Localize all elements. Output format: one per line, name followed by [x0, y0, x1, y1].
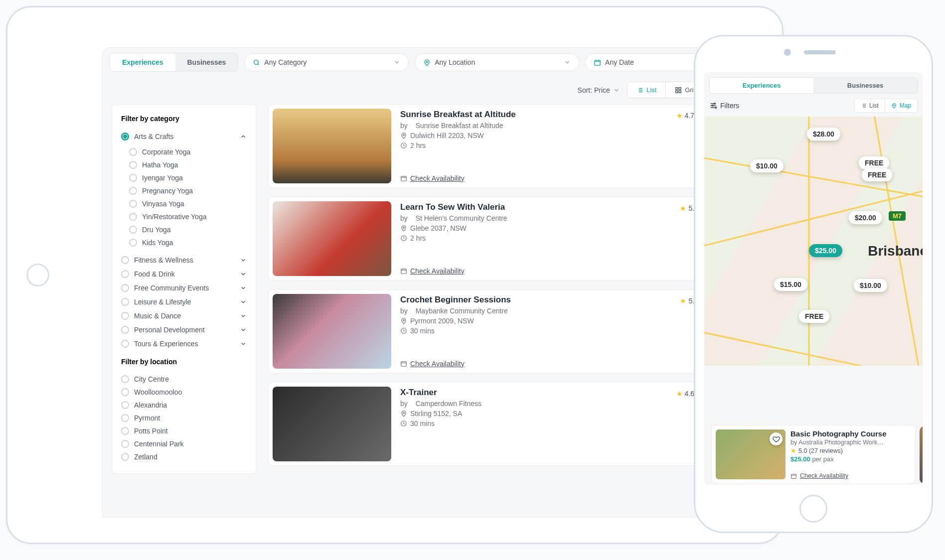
radio-icon: [121, 270, 129, 278]
category-item[interactable]: Music & Dance: [121, 309, 247, 323]
filter-location-title: Filter by location: [121, 358, 247, 366]
category-item[interactable]: Free Community Events: [121, 281, 247, 295]
sort-dropdown[interactable]: Sort: Price: [578, 86, 620, 94]
listings: Sunrise Breakfast at Altitude by Sunrise…: [268, 104, 748, 474]
phone-home-button[interactable]: [799, 495, 827, 523]
subcategory-label: Kids Yoga: [142, 239, 173, 247]
radio-icon: [129, 239, 137, 247]
phone-card-provider: Australia Photographic Work…: [798, 439, 884, 446]
star-icon: ★: [790, 447, 796, 454]
map-road: [873, 117, 923, 366]
tab-switch: Experiences Businesses: [110, 53, 238, 72]
check-availability-link[interactable]: Check Availability: [400, 168, 516, 182]
chevron-down-icon: [240, 271, 247, 278]
svg-rect-3: [676, 87, 678, 89]
radio-icon: [121, 375, 129, 383]
listing-thumbnail: [273, 294, 391, 369]
listing-card[interactable]: Sunrise Breakfast at Altitude by Sunrise…: [268, 104, 748, 188]
category-item[interactable]: Personal Development: [121, 323, 247, 337]
map-price-pin[interactable]: $15.00: [774, 278, 807, 291]
map-price-pin[interactable]: $28.00: [807, 128, 840, 140]
tablet-home-button[interactable]: [26, 264, 49, 286]
map-price-pin[interactable]: $10.00: [750, 159, 784, 172]
map-price-pin[interactable]: FREE: [862, 168, 892, 181]
category-label: Tours & Experiences: [134, 340, 198, 348]
category-list: Fitness & WellnessFood & DrinkFree Commu…: [121, 253, 247, 351]
subcategory-item[interactable]: Dru Yoga: [129, 223, 247, 236]
listing-provider: Maybanke Community Centre: [416, 307, 508, 315]
svg-rect-10: [401, 176, 407, 181]
phone-map[interactable]: M7 Brisbane $28.00$10.00FREEFREE$20.00$2…: [704, 117, 923, 366]
listing-duration: 30 mins: [410, 420, 435, 427]
check-availability-link[interactable]: Check Availability: [400, 354, 511, 368]
phone-next-card-peek[interactable]: [920, 426, 923, 484]
map-price-pin[interactable]: FREE: [799, 310, 829, 323]
phone-card-rating: ★5.0 (27 reviews): [790, 447, 887, 454]
location-item[interactable]: City Centre: [121, 373, 247, 386]
location-item[interactable]: Pyrmont: [121, 412, 247, 424]
subcategory-label: Corporate Yoga: [142, 148, 190, 156]
location-label: Alexandria: [134, 401, 167, 409]
by-label: by: [400, 122, 408, 130]
filter-category-pill[interactable]: Any Category: [244, 53, 409, 71]
phone-filters-button[interactable]: Filters: [709, 102, 739, 110]
listing-card[interactable]: X-Trainer by Camperdown Fitness Stirling…: [268, 382, 748, 466]
map-price-pin[interactable]: FREE: [859, 156, 889, 169]
tab-experiences[interactable]: Experiences: [110, 53, 175, 71]
phone-check-availability-link[interactable]: Check Availability: [790, 470, 887, 479]
map-price-pin[interactable]: $10.00: [854, 279, 887, 292]
subcategory-item[interactable]: Iyengar Yoga: [129, 171, 247, 184]
category-item[interactable]: Fitness & Wellness: [121, 253, 247, 267]
category-item[interactable]: Tours & Experiences: [121, 337, 247, 351]
chevron-down-icon: [613, 87, 620, 94]
phone-tab-switch: Experiences Businesses: [709, 77, 918, 94]
subcategory-item[interactable]: Hatha Yoga: [129, 158, 247, 171]
pin-icon: [400, 132, 407, 139]
list-icon: [636, 87, 643, 94]
location-item[interactable]: Alexandria: [121, 399, 247, 412]
listing-provider: St Helen's Community Centre: [416, 214, 507, 222]
location-item[interactable]: Potts Point: [121, 424, 247, 437]
by-label: by: [790, 439, 797, 446]
subcategory-item[interactable]: Corporate Yoga: [129, 145, 247, 158]
chevron-down-icon: [240, 284, 247, 291]
subcategory-item[interactable]: Kids Yoga: [129, 236, 247, 249]
tab-businesses[interactable]: Businesses: [175, 53, 238, 71]
category-item[interactable]: Food & Drink: [121, 267, 247, 281]
phone-filters-label: Filters: [720, 102, 739, 110]
phone-view-map-button[interactable]: Map: [885, 99, 917, 112]
radio-icon: [121, 440, 129, 448]
phone-tab-businesses[interactable]: Businesses: [813, 78, 917, 93]
favorite-button[interactable]: [770, 432, 783, 445]
location-item[interactable]: Centennial Park: [121, 437, 247, 450]
pin-icon: [400, 317, 407, 324]
listing-card[interactable]: Crochet Beginner Sessions by Maybanke Co…: [268, 289, 748, 373]
subcategory-item[interactable]: Vinyasa Yoga: [129, 197, 247, 210]
phone-tab-experiences[interactable]: Experiences: [710, 78, 813, 93]
by-label: by: [400, 307, 408, 315]
subcategory-item[interactable]: Yin/Restorative Yoga: [129, 210, 247, 223]
subcategory-label: Pregnancy Yoga: [142, 187, 193, 195]
subcategory-label: Hatha Yoga: [142, 161, 178, 169]
filter-category-label: Any Category: [264, 58, 307, 66]
phone-view-map-label: Map: [900, 102, 911, 109]
star-icon: ★: [676, 390, 683, 398]
map-price-pin[interactable]: $20.00: [849, 211, 882, 224]
by-label: by: [400, 400, 408, 408]
check-availability-link[interactable]: Check Availability: [400, 261, 507, 275]
location-item[interactable]: Zetland: [121, 450, 247, 463]
category-item[interactable]: Leisure & Lifestyle: [121, 295, 247, 309]
listing-card[interactable]: Learn To Sew With Valeria by St Helen's …: [268, 197, 748, 280]
location-item[interactable]: Woolloomooloo: [121, 386, 247, 399]
map-price-pin[interactable]: $25.00: [809, 244, 842, 257]
map-road: [704, 331, 923, 366]
phone-listing-card[interactable]: Basic Photography Course by Australia Ph…: [711, 425, 916, 484]
category-arts-crafts[interactable]: Arts & Crafts: [121, 130, 247, 143]
phone-view-list-button[interactable]: List: [855, 99, 885, 112]
filter-location-pill[interactable]: Any Location: [415, 53, 579, 71]
subcategory-item[interactable]: Pregnancy Yoga: [129, 184, 247, 197]
category-label: Free Community Events: [134, 284, 209, 292]
radio-icon: [121, 427, 129, 435]
view-list-button[interactable]: List: [628, 82, 665, 98]
clock-icon: [400, 235, 407, 242]
